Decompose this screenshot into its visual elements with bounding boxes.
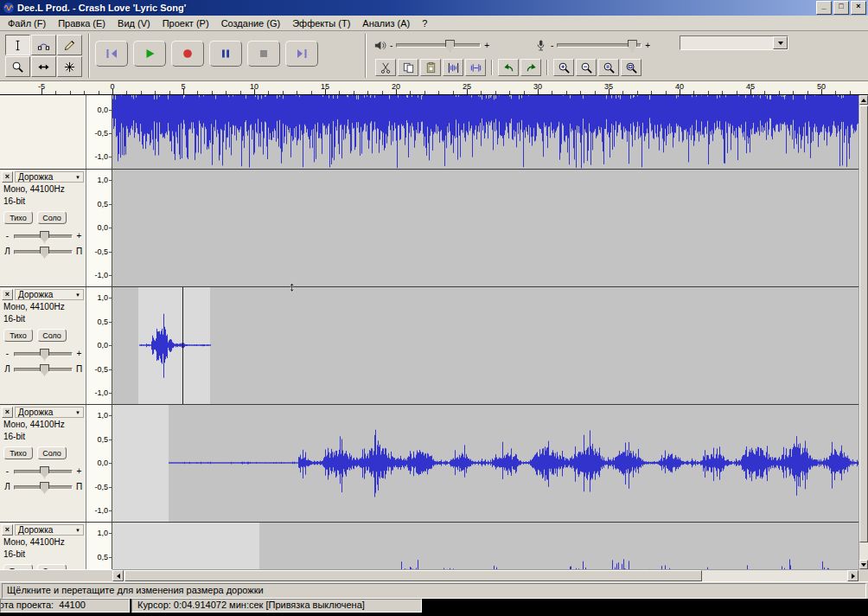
draw-tool-button[interactable] <box>57 35 82 55</box>
menu-item-2[interactable]: Вид (V) <box>112 17 156 29</box>
pause-button[interactable] <box>209 41 242 67</box>
device-combobox[interactable] <box>680 35 788 50</box>
ruler-label: 45 <box>746 82 755 91</box>
paste-button[interactable] <box>420 59 441 76</box>
envelope-tool-button[interactable] <box>31 35 56 55</box>
input-volume-thumb[interactable] <box>628 40 637 52</box>
vruler-tick <box>109 415 112 416</box>
scroll-left-arrow[interactable] <box>112 570 124 581</box>
pan-slider-groove[interactable] <box>14 485 73 490</box>
input-volume-groove[interactable] <box>557 43 641 48</box>
undo-button[interactable] <box>498 59 519 76</box>
record-button[interactable] <box>171 41 204 67</box>
track-close-button[interactable]: × <box>2 524 13 536</box>
pan-slider[interactable]: Л П <box>0 240 86 255</box>
track-close-button[interactable]: × <box>2 171 13 183</box>
pan-slider-groove[interactable] <box>14 368 73 372</box>
menu-item-6[interactable]: Анализ (A) <box>356 17 416 29</box>
pan-slider-thumb[interactable] <box>40 364 49 376</box>
input-volume-slider[interactable]: - + <box>534 36 650 54</box>
scroll-right-arrow[interactable] <box>847 570 858 581</box>
output-volume-slider[interactable]: - + <box>373 36 489 54</box>
track-name-dropdown[interactable]: Дорожка ▼ <box>15 171 84 183</box>
vruler-tick <box>109 275 112 276</box>
vertical-scroll-thumb[interactable] <box>859 106 868 542</box>
redo-button[interactable] <box>520 59 541 76</box>
scroll-up-arrow[interactable] <box>859 95 868 105</box>
waveform[interactable] <box>112 405 858 522</box>
gain-slider[interactable]: - + <box>0 224 86 240</box>
volume-min-label: - <box>390 41 393 50</box>
ruler-tick <box>226 91 227 94</box>
solo-button[interactable]: Соло <box>37 211 67 224</box>
skip-start-button[interactable] <box>95 41 128 67</box>
vertical-scrollbar[interactable] <box>858 95 868 569</box>
gain-slider[interactable]: - + <box>0 459 86 475</box>
track-name-dropdown[interactable]: Дорожка ▼ <box>15 407 84 418</box>
solo-button[interactable]: Соло <box>37 329 67 342</box>
gain-slider-groove[interactable] <box>14 470 73 474</box>
speaker-icon <box>373 39 386 52</box>
silence-button[interactable] <box>465 59 486 76</box>
waveform[interactable] <box>112 170 858 286</box>
stop-button[interactable] <box>247 41 280 67</box>
ruler-tick <box>509 91 510 94</box>
output-volume-thumb[interactable] <box>445 40 455 52</box>
pan-slider-thumb[interactable] <box>40 247 49 259</box>
pan-slider[interactable]: Л П <box>0 357 86 373</box>
horizontal-scrollbar[interactable] <box>112 569 858 581</box>
play-button[interactable] <box>133 41 166 67</box>
waveform[interactable] <box>112 95 858 169</box>
selection-tool-button[interactable] <box>5 35 30 55</box>
maximize-button[interactable]: □ <box>833 1 849 15</box>
mute-button[interactable]: Тихо <box>3 446 33 459</box>
pan-slider[interactable]: Л П <box>0 475 86 491</box>
menu-item-1[interactable]: Правка (E) <box>52 17 112 29</box>
ruler-tick <box>524 91 525 94</box>
track-close-button[interactable]: × <box>2 289 13 300</box>
trim-button[interactable] <box>443 59 463 76</box>
timeline-ruler[interactable]: -505101520253035404550 <box>0 81 868 95</box>
solo-button[interactable]: Соло <box>37 446 67 459</box>
close-button[interactable]: × <box>851 1 866 15</box>
output-volume-groove[interactable] <box>396 43 481 48</box>
copy-button[interactable] <box>398 59 418 76</box>
toolbar-separator <box>365 34 367 78</box>
zoom-tool-icon <box>11 61 24 74</box>
vruler-label: 0,0 <box>97 106 108 114</box>
track-name-dropdown[interactable]: Дорожка ▼ <box>15 524 84 536</box>
skip-end-button[interactable] <box>285 41 318 67</box>
menu-item-3[interactable]: Проект (P) <box>156 17 215 29</box>
ruler-tick <box>169 91 170 94</box>
gain-slider[interactable]: - + <box>0 342 86 357</box>
gain-slider-groove[interactable] <box>14 234 73 239</box>
combobox-dropdown-button[interactable] <box>773 36 788 49</box>
menu-item-5[interactable]: Эффекты (T) <box>286 17 356 29</box>
zoom-selection-button[interactable] <box>598 59 619 76</box>
scroll-down-arrow[interactable] <box>859 560 868 569</box>
zoom-tool-button[interactable] <box>5 56 30 77</box>
ruler-label: 5 <box>181 82 185 91</box>
multi-tool-button[interactable] <box>57 56 82 77</box>
mute-button[interactable]: Тихо <box>3 211 33 224</box>
waveform[interactable] <box>112 287 858 404</box>
waveform[interactable] <box>112 523 858 569</box>
vertical-ruler: 1,00,50,0-0,5-1,0 <box>86 170 112 286</box>
menu-item-0[interactable]: Файл (F) <box>2 17 52 29</box>
menu-item-4[interactable]: Создание (G) <box>215 17 287 29</box>
menu-item-7[interactable]: ? <box>416 17 433 29</box>
timeshift-tool-button[interactable] <box>31 56 56 77</box>
cut-button[interactable] <box>375 59 396 76</box>
gain-slider-groove[interactable] <box>14 352 73 356</box>
zoom-fit-button[interactable] <box>621 59 641 76</box>
horizontal-scroll-thumb[interactable] <box>124 570 702 581</box>
track-name-dropdown[interactable]: Дорожка ▼ <box>15 289 84 300</box>
pan-slider-groove[interactable] <box>14 250 73 254</box>
track-close-button[interactable]: × <box>2 407 13 418</box>
mute-button[interactable]: Тихо <box>3 329 33 342</box>
zoom-out-button[interactable] <box>576 59 597 76</box>
zoom-in-button[interactable] <box>553 59 574 76</box>
track-control-panel: × Дорожка ▼ Моно, 44100Hz 16-bit Тихо Со… <box>0 287 86 404</box>
pan-slider-thumb[interactable] <box>40 482 49 494</box>
minimize-button[interactable]: _ <box>816 1 832 15</box>
